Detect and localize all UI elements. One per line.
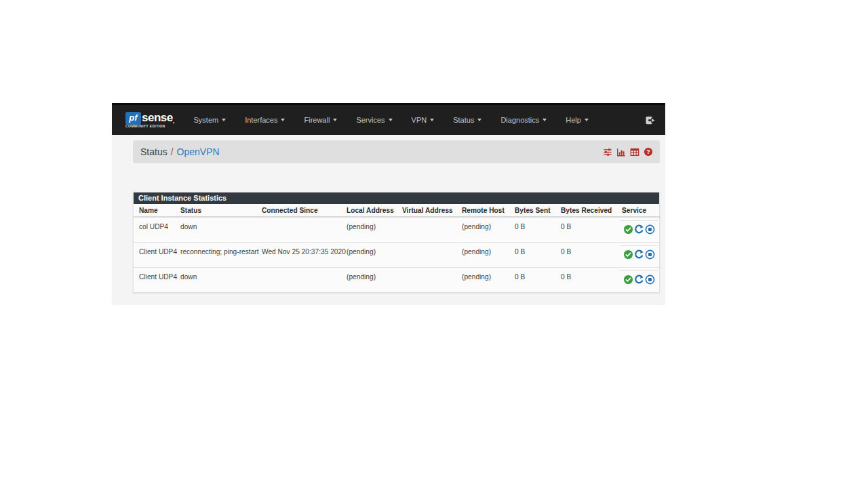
cell-virtual-address	[397, 217, 456, 242]
chevron-down-icon	[430, 119, 434, 121]
restart-service-icon[interactable]	[634, 224, 644, 235]
nav-item-label: Services	[356, 116, 384, 124]
filter-sliders-icon[interactable]	[603, 148, 612, 157]
nav-item-label: System	[193, 116, 218, 124]
column-header-name: Name	[134, 204, 175, 217]
column-header-local-address: Local Address	[341, 204, 397, 217]
navbar-right	[646, 115, 658, 125]
browser-viewport: pf sense . COMMUNITY EDITION SystemInter…	[112, 103, 665, 305]
cell-bytes-sent: 0 B	[509, 217, 555, 242]
service-running-icon	[623, 249, 633, 260]
table-row: col UDP4down(pending)(pending)0 B0 B	[134, 217, 660, 242]
column-header-status: Status	[175, 204, 256, 217]
panel-title: Client Instance Statistics	[134, 192, 659, 204]
chevron-down-icon	[389, 119, 393, 121]
cell-name: Client UDP4	[134, 267, 175, 292]
column-header-connected-since: Connected Since	[256, 204, 341, 217]
chevron-down-icon	[281, 119, 285, 121]
cell-status: down	[175, 217, 256, 242]
table-view-icon[interactable]	[630, 148, 639, 157]
restart-service-icon[interactable]	[634, 274, 644, 285]
cell-remote-host: (pending)	[456, 217, 509, 242]
nav-item-help[interactable]: Help	[556, 105, 598, 135]
chevron-down-icon	[477, 119, 481, 121]
column-header-virtual-address: Virtual Address	[397, 204, 456, 217]
column-header-service: Service	[616, 204, 660, 217]
nav-item-services[interactable]: Services	[347, 105, 401, 135]
nav-item-label: Diagnostics	[500, 116, 539, 124]
cell-bytes-received: 0 B	[555, 242, 616, 267]
table-body: col UDP4down(pending)(pending)0 B0 B Cli…	[134, 217, 660, 292]
pfsense-logo-row: pf sense .	[125, 111, 174, 125]
cell-remote-host: (pending)	[456, 242, 509, 267]
cell-connected-since	[256, 217, 341, 242]
nav-item-interfaces[interactable]: Interfaces	[235, 105, 294, 135]
breadcrumb: Status / OpenVPN	[133, 140, 660, 163]
table-header-row: NameStatusConnected SinceLocal AddressVi…	[134, 204, 660, 217]
breadcrumb-icons: ?	[603, 147, 653, 157]
chevron-down-icon	[585, 119, 589, 121]
column-header-bytes-received: Bytes Received	[555, 204, 616, 217]
service-controls	[620, 245, 658, 260]
cell-name: Client UDP4	[134, 242, 175, 267]
cell-local-address: (pending)	[341, 217, 397, 242]
cell-bytes-received: 0 B	[555, 267, 616, 292]
chevron-down-icon	[333, 119, 337, 121]
column-header-bytes-sent: Bytes Sent	[509, 204, 555, 217]
nav-item-label: VPN	[412, 116, 427, 124]
breadcrumb-section: Status	[140, 146, 167, 157]
pfsense-logo[interactable]: pf sense . COMMUNITY EDITION	[125, 111, 174, 129]
cell-name: col UDP4	[134, 217, 175, 242]
client-instance-statistics-panel: Client Instance Statistics NameStatusCon…	[133, 192, 660, 293]
column-header-remote-host: Remote Host	[456, 204, 509, 217]
nav-item-label: Interfaces	[245, 116, 277, 124]
service-controls	[620, 220, 658, 235]
nav-item-diagnostics[interactable]: Diagnostics	[491, 105, 556, 135]
help-icon[interactable]: ?	[644, 147, 653, 157]
logo-mark: .	[173, 117, 175, 125]
nav-item-label: Help	[566, 116, 581, 124]
breadcrumb-separator: /	[171, 146, 174, 157]
client-statistics-table: NameStatusConnected SinceLocal AddressVi…	[134, 204, 660, 292]
nav-menu: SystemInterfacesFirewallServicesVPNStatu…	[184, 105, 597, 135]
service-running-icon	[623, 274, 633, 285]
cell-bytes-sent: 0 B	[509, 267, 555, 292]
stop-service-icon[interactable]	[645, 224, 655, 235]
service-controls	[620, 270, 658, 285]
nav-item-firewall[interactable]: Firewall	[294, 105, 347, 135]
sense-logo-text: sense	[142, 111, 173, 125]
cell-bytes-sent: 0 B	[509, 242, 555, 267]
service-running-icon	[623, 224, 633, 235]
sign-out-icon[interactable]	[646, 115, 656, 125]
cell-status: down	[175, 267, 256, 292]
cell-bytes-received: 0 B	[555, 217, 616, 242]
nav-item-system[interactable]: System	[184, 105, 235, 135]
breadcrumb-page-link[interactable]: OpenVPN	[177, 146, 220, 157]
pf-logo-box: pf	[125, 112, 141, 125]
cell-local-address: (pending)	[341, 267, 397, 292]
community-edition-label: COMMUNITY EDITION	[125, 125, 165, 128]
table-row: Client UDP4reconnecting; ping-restartWed…	[134, 242, 660, 267]
table-row: Client UDP4down(pending)(pending)0 B0 B	[134, 267, 660, 292]
cell-virtual-address	[397, 267, 456, 292]
svg-text:?: ?	[646, 148, 650, 155]
top-navbar: pf sense . COMMUNITY EDITION SystemInter…	[112, 103, 665, 135]
bar-chart-icon[interactable]	[616, 148, 626, 157]
stop-service-icon[interactable]	[645, 249, 655, 260]
cell-service	[616, 217, 660, 242]
nav-item-vpn[interactable]: VPN	[402, 105, 444, 135]
nav-item-label: Status	[453, 116, 474, 124]
cell-connected-since	[256, 267, 341, 292]
nav-item-label: Firewall	[304, 116, 330, 124]
cell-local-address: (pending)	[341, 242, 397, 267]
cell-virtual-address	[397, 242, 456, 267]
nav-item-status[interactable]: Status	[443, 105, 491, 135]
cell-service	[616, 267, 660, 292]
cell-status: reconnecting; ping-restart	[175, 242, 256, 267]
cell-remote-host: (pending)	[456, 267, 509, 292]
chevron-down-icon	[542, 119, 547, 121]
cell-connected-since: Wed Nov 25 20:37:35 2020	[256, 242, 341, 267]
stop-service-icon[interactable]	[645, 274, 655, 285]
cell-service	[616, 242, 660, 267]
restart-service-icon[interactable]	[634, 249, 644, 260]
